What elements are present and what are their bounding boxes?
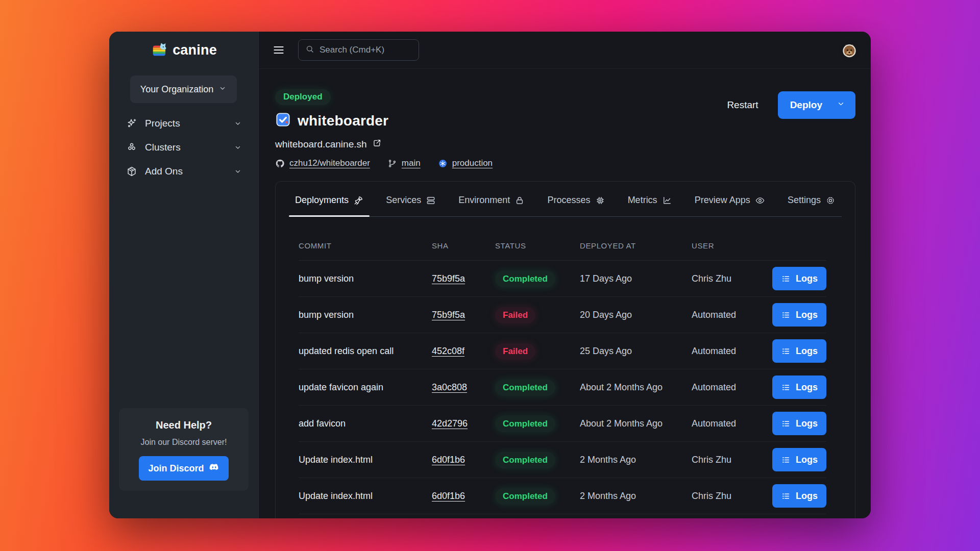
tab-services[interactable]: Services xyxy=(380,185,442,216)
user-cell: Automated xyxy=(692,418,770,429)
content: Deployed whiteboarder whiteboard.canine.… xyxy=(259,69,871,518)
git-row: czhu12/whiteboarder main production xyxy=(275,158,855,168)
main-area: Deployed whiteboarder whiteboard.canine.… xyxy=(259,32,871,518)
deployed-at: 2 Months Ago xyxy=(580,455,692,465)
table-row: bump version75b9f5aFailed20 Days AgoAuto… xyxy=(299,297,826,333)
column-header-sha: SHA xyxy=(432,241,495,250)
sidebar-nav: ProjectsClustersAdd Ons xyxy=(109,112,258,183)
app-logo-text: canine xyxy=(173,42,217,58)
tab-label: Deployments xyxy=(295,195,349,206)
sidebar-item-clusters[interactable]: Clusters xyxy=(126,136,242,159)
user-cell: Automated xyxy=(692,346,770,357)
sha-link[interactable]: 75b9f5a xyxy=(432,273,465,284)
logs-button[interactable]: Logs xyxy=(772,448,826,471)
logs-button[interactable]: Logs xyxy=(772,375,826,399)
sha-link[interactable]: 6d0f1b6 xyxy=(432,455,465,465)
cluster-group: production xyxy=(438,158,493,168)
chevron-down-icon xyxy=(234,167,242,176)
status-badge: Failed xyxy=(495,343,535,360)
column-header-deployed-at: DEPLOYED AT xyxy=(580,241,692,250)
organization-selector[interactable]: Your Organization xyxy=(130,76,237,103)
status-badge: Failed xyxy=(495,307,535,323)
logs-button-label: Logs xyxy=(796,273,818,284)
logs-button[interactable]: Logs xyxy=(772,339,826,363)
repo-link[interactable]: czhu12/whiteboarder xyxy=(289,158,370,168)
logs-button[interactable]: Logs xyxy=(772,267,826,290)
logs-icon xyxy=(781,274,791,284)
user-cell: Chris Zhu xyxy=(692,273,770,284)
branch-link[interactable]: main xyxy=(402,158,421,168)
tab-deployments[interactable]: Deployments xyxy=(289,185,370,216)
tab-environment[interactable]: Environment xyxy=(452,185,531,216)
logs-button[interactable]: Logs xyxy=(772,412,826,435)
table-row: update favicon again3a0c808CompletedAbou… xyxy=(299,369,826,406)
help-title: Need Help? xyxy=(126,419,241,431)
user-avatar[interactable] xyxy=(839,40,860,60)
user-cell: Chris Zhu xyxy=(692,455,770,465)
sha-link[interactable]: 3a0c808 xyxy=(432,382,467,392)
sha-link[interactable]: 6d0f1b6 xyxy=(432,491,465,501)
deployed-at: 2 Months Ago xyxy=(580,491,692,502)
search-box[interactable] xyxy=(298,39,419,61)
status-badge: Completed xyxy=(495,416,555,432)
tab-metrics[interactable]: Metrics xyxy=(622,185,678,216)
chart-icon xyxy=(662,195,672,206)
deployed-at: 17 Days Ago xyxy=(580,273,692,284)
tab-processes[interactable]: Processes xyxy=(541,185,611,216)
actions-cell: Logs xyxy=(772,412,826,435)
restart-button[interactable]: Restart xyxy=(727,99,758,111)
table-row: bump version75b9f5aCompleted17 Days AgoC… xyxy=(299,261,826,297)
tab-label: Processes xyxy=(547,195,590,206)
logs-button[interactable]: Logs xyxy=(772,303,826,327)
actions-cell: Logs xyxy=(772,267,826,290)
join-discord-button[interactable]: Join Discord xyxy=(139,456,228,481)
deployed-at: 20 Days Ago xyxy=(580,310,692,320)
app-url-link[interactable]: whiteboard.canine.sh xyxy=(275,138,855,151)
deployed-at: 25 Days Ago xyxy=(580,346,692,357)
sidebar: canine Your Organization ProjectsCluster… xyxy=(109,32,259,518)
logs-icon xyxy=(781,419,791,429)
tab-preview-apps[interactable]: Preview Apps xyxy=(689,185,771,216)
check-box-icon xyxy=(275,112,291,130)
logs-button-label: Logs xyxy=(796,418,818,429)
logs-button-label: Logs xyxy=(796,346,818,357)
dog-astronaut-avatar xyxy=(839,40,860,60)
deploy-button[interactable]: Deploy xyxy=(778,91,855,119)
branch-group: main xyxy=(387,158,421,168)
repo-group: czhu12/whiteboarder xyxy=(275,158,370,168)
sidebar-item-label: Clusters xyxy=(145,142,181,153)
app-logo[interactable]: canine xyxy=(109,32,258,68)
help-subtitle: Join our Discord server! xyxy=(126,438,241,447)
status-cell: Completed xyxy=(495,273,580,284)
commit-message: update favicon again xyxy=(299,382,432,393)
commit-message: bump version xyxy=(299,310,432,320)
sha-link[interactable]: 75b9f5a xyxy=(432,310,465,320)
rocket-icon xyxy=(353,195,363,206)
actions-cell: Logs xyxy=(772,339,826,363)
status-cell: Completed xyxy=(495,491,580,502)
logs-button[interactable]: Logs xyxy=(772,484,826,508)
tab-settings[interactable]: Settings xyxy=(781,185,842,216)
deployed-at: About 2 Months Ago xyxy=(580,418,692,429)
sidebar-item-label: Projects xyxy=(145,118,180,129)
chevron-down-icon xyxy=(218,84,227,95)
sha-link[interactable]: 452c08f xyxy=(432,346,464,356)
logs-button-label: Logs xyxy=(796,455,818,465)
sidebar-item-add-ons[interactable]: Add Ons xyxy=(126,160,242,183)
discord-icon xyxy=(209,462,219,475)
actions-cell: Logs xyxy=(772,375,826,399)
chevron-down-icon xyxy=(234,119,242,128)
cluster-link[interactable]: production xyxy=(452,158,493,168)
status-badge: Completed xyxy=(495,488,555,505)
hamburger-menu-icon[interactable] xyxy=(272,43,285,57)
status-badge: Completed xyxy=(495,452,555,468)
search-input[interactable] xyxy=(320,45,412,55)
tab-label: Preview Apps xyxy=(695,195,750,206)
sidebar-item-projects[interactable]: Projects xyxy=(126,112,242,135)
logs-button-label: Logs xyxy=(796,491,818,502)
sha-link[interactable]: 42d2796 xyxy=(432,418,468,429)
status-badge: Completed xyxy=(495,380,555,396)
sha-cell: 6d0f1b6 xyxy=(432,455,495,465)
table-body: bump version75b9f5aCompleted17 Days AgoC… xyxy=(299,261,826,514)
table-row: updated redis open call452c08fFailed25 D… xyxy=(299,333,826,369)
